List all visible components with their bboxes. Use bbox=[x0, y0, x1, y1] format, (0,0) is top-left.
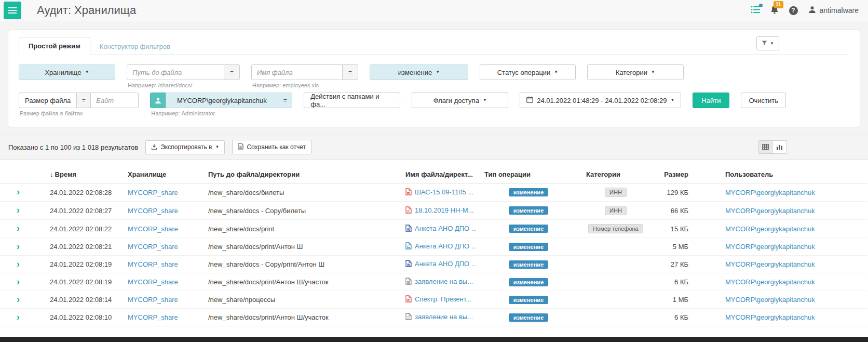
header-operation[interactable]: Тип операции bbox=[476, 166, 578, 183]
person-icon bbox=[150, 93, 166, 108]
user-operator[interactable]: = bbox=[278, 93, 292, 108]
header-path[interactable]: Путь до файла/директории bbox=[200, 166, 397, 183]
user-link[interactable]: MYCORP\georgiykapitanchuk bbox=[725, 296, 815, 304]
operation-type-dropdown[interactable]: изменение ▼ bbox=[370, 64, 468, 80]
tab-filter-constructor[interactable]: Конструктор фильтров bbox=[90, 38, 180, 55]
user-filter-value[interactable]: MYCORP\georgiykapitanchuk bbox=[166, 93, 278, 108]
expand-row-icon[interactable]: › bbox=[17, 278, 20, 285]
help-button[interactable]: ? bbox=[789, 6, 798, 15]
date-range-picker[interactable]: 24.01.2022 01:48:29 - 24.01.2022 02:08:2… bbox=[520, 93, 681, 108]
word-file-icon: W bbox=[405, 225, 412, 233]
file-link[interactable]: Спектр. Презент... bbox=[415, 295, 471, 303]
cell-category: ИНН bbox=[578, 183, 650, 202]
file-link[interactable]: Анкета АНО ДПО ... bbox=[415, 225, 476, 232]
user-link[interactable]: MYCORP\georgiykapitanchuk bbox=[725, 278, 815, 286]
word-file-icon: W bbox=[405, 260, 412, 269]
user-filter-group[interactable]: MYCORP\georgiykapitanchuk = bbox=[150, 93, 292, 108]
storage-filter-label: Хранилище bbox=[45, 69, 81, 76]
user-link[interactable]: MYCORP\georgiykapitanchuk bbox=[725, 260, 815, 268]
user-link[interactable]: MYCORP\georgiykapitanchuk bbox=[725, 207, 815, 215]
caret-down-icon: ▼ bbox=[770, 42, 774, 46]
user-link[interactable]: MYCORP\georgiykapitanchuk bbox=[725, 225, 815, 233]
file-path-input[interactable] bbox=[127, 64, 224, 80]
categories-dropdown[interactable]: Категории ▼ bbox=[587, 64, 684, 80]
user-link[interactable]: MYCORP\georgiykapitanchuk bbox=[725, 313, 815, 321]
header-time[interactable]: ↓Время bbox=[42, 166, 119, 183]
storage-link[interactable]: MYCORP_share bbox=[128, 189, 178, 196]
file-link[interactable]: заявление на вы... bbox=[415, 313, 473, 321]
menu-button[interactable] bbox=[4, 2, 21, 19]
user-link[interactable]: MYCORP\georgiykapitanchuk bbox=[725, 243, 815, 251]
funnel-icon bbox=[762, 40, 767, 47]
header-categories[interactable]: Категории bbox=[578, 166, 650, 183]
size-operator[interactable]: = bbox=[76, 93, 91, 108]
cell-storage: MYCORP_share bbox=[119, 256, 200, 273]
save-report-button[interactable]: Сохранить как отчет bbox=[232, 140, 311, 154]
folder-actions-dropdown[interactable]: Действия с папками и фа... bbox=[304, 93, 400, 108]
file-size-input[interactable] bbox=[91, 93, 139, 108]
cell-category: ИНН bbox=[578, 202, 650, 220]
tabs: Простой режим Конструктор фильтров ▼ bbox=[19, 36, 849, 55]
user-link[interactable]: MYCORP\georgiykapitanchuk bbox=[725, 189, 815, 196]
operation-status-label: Статус операции bbox=[497, 69, 551, 76]
clear-button[interactable]: Очистить bbox=[741, 93, 786, 108]
category-badge: ИНН bbox=[605, 188, 627, 197]
operation-status-dropdown[interactable]: Статус операции ▼ bbox=[480, 64, 576, 80]
audit-log-button[interactable] bbox=[751, 6, 760, 15]
cell-size: 6 КБ bbox=[650, 273, 717, 291]
access-flags-dropdown[interactable]: Флаги доступа ▼ bbox=[412, 93, 508, 108]
path-operator[interactable]: = bbox=[224, 64, 240, 80]
chart-view-button[interactable] bbox=[772, 140, 787, 154]
file-link[interactable]: 18.10.2019 НН-М... bbox=[415, 206, 473, 214]
cell-user: MYCORP\georgiykapitanchuk bbox=[717, 238, 867, 256]
storage-link[interactable]: MYCORP_share bbox=[128, 260, 178, 268]
filters: Хранилище ▼ = Например: /shared/docs/ = bbox=[19, 55, 849, 116]
expand-row-icon[interactable]: › bbox=[17, 296, 20, 303]
file-link[interactable]: ШАС-15.09-1105 ... bbox=[415, 188, 473, 196]
header-size[interactable]: Размер bbox=[650, 166, 717, 183]
table-view-button[interactable] bbox=[758, 140, 772, 154]
expand-row-icon[interactable]: › bbox=[17, 260, 20, 268]
category-badge: Номер телефона bbox=[588, 224, 643, 233]
user-menu[interactable]: antimalware bbox=[808, 6, 859, 15]
file-name-input[interactable] bbox=[251, 64, 343, 80]
header-filename[interactable]: Имя файла/директ... bbox=[397, 166, 476, 183]
name-operator[interactable]: = bbox=[343, 64, 358, 80]
header-storage[interactable]: Хранилище bbox=[119, 166, 200, 183]
cell-operation: изменение bbox=[476, 238, 578, 256]
cell-storage: MYCORP_share bbox=[119, 183, 200, 202]
file-link[interactable]: заявление на вы... bbox=[415, 278, 473, 285]
search-button[interactable]: Найти bbox=[693, 93, 729, 108]
export-button[interactable]: Экспортировать в ▼ bbox=[145, 140, 225, 154]
filter-card: Простой режим Конструктор фильтров ▼ Хра… bbox=[8, 30, 860, 127]
cell-user: MYCORP\georgiykapitanchuk bbox=[717, 309, 867, 326]
filter-options-button[interactable]: ▼ bbox=[756, 36, 779, 50]
storage-link[interactable]: MYCORP_share bbox=[128, 278, 178, 286]
cell-operation: изменение bbox=[476, 256, 578, 273]
expand-row-icon[interactable]: › bbox=[17, 313, 20, 321]
cell-filename: WАнкета АНО ДПО ... bbox=[397, 220, 476, 238]
cell-size: 1 МБ bbox=[650, 291, 717, 309]
storage-link[interactable]: MYCORP_share bbox=[128, 207, 178, 215]
notification-badge: 11 bbox=[774, 1, 783, 8]
header-user[interactable]: Пользователь bbox=[717, 166, 867, 183]
cell-path: /new_share/docs - Copy/билеты bbox=[200, 202, 397, 220]
storage-link[interactable]: MYCORP_share bbox=[128, 296, 178, 304]
expand-row-icon[interactable]: › bbox=[17, 206, 20, 214]
expand-row-icon[interactable]: › bbox=[17, 225, 20, 232]
expand-row-icon[interactable]: › bbox=[17, 188, 20, 195]
storage-link[interactable]: MYCORP_share bbox=[128, 313, 178, 321]
storage-filter-dropdown[interactable]: Хранилище ▼ bbox=[19, 64, 115, 80]
tab-simple-mode[interactable]: Простой режим bbox=[19, 37, 90, 55]
notifications-button[interactable]: 11 bbox=[770, 5, 779, 16]
caret-down-icon: ▼ bbox=[215, 145, 219, 149]
file-link[interactable]: Анкета АНО ДПО ... bbox=[415, 260, 476, 268]
file-link[interactable]: Анкета АНО ДПО ... bbox=[415, 242, 476, 250]
view-toggles bbox=[758, 140, 787, 154]
top-header: Аудит: Хранилища 11 ? bbox=[0, 0, 868, 21]
expand-row-icon[interactable]: › bbox=[17, 243, 20, 250]
cell-filename: Анкета АНО ДПО ... bbox=[397, 238, 476, 256]
storage-link[interactable]: MYCORP_share bbox=[128, 243, 178, 251]
cell-operation: изменение bbox=[476, 202, 578, 220]
storage-link[interactable]: MYCORP_share bbox=[128, 225, 178, 233]
